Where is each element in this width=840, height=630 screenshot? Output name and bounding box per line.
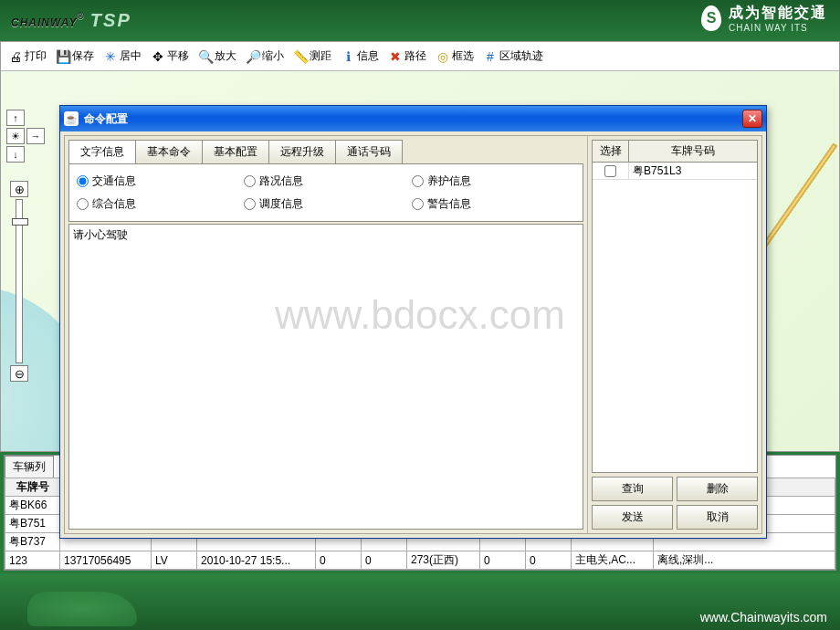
vehicle-row[interactable]: 粤B751L3 (593, 163, 757, 180)
zoomin-icon: 🔍 (198, 49, 213, 64)
col-plate[interactable]: 车牌号 (5, 478, 60, 497)
tab-remote-upgrade[interactable]: 远程升级 (268, 140, 336, 163)
info-button[interactable]: ℹ信息 (337, 47, 383, 66)
dialog-body: 文字信息 基本命令 基本配置 远程升级 通话号码 交通信息 路况信息 养护信息 … (64, 135, 762, 534)
radio-general-input[interactable] (77, 198, 89, 210)
tab-basic-cfg[interactable]: 基本配置 (202, 140, 269, 163)
its-text: 成为智能交通 CHAIN WAY ITS (729, 4, 827, 33)
table-cell: 离线,深圳... (654, 551, 835, 570)
radio-general[interactable]: 综合信息 (75, 193, 242, 215)
center-button[interactable]: ✳居中 (100, 47, 145, 66)
col-plateno[interactable]: 车牌号码 (628, 140, 758, 163)
table-cell: 273(正西) (407, 551, 480, 570)
radio-dispatch[interactable]: 调度信息 (242, 193, 409, 215)
save-icon: 💾 (56, 49, 70, 64)
dialog-buttons: 查询 删除 发送 取消 (592, 477, 758, 530)
radio-road-input[interactable] (244, 175, 256, 187)
dialog-titlebar[interactable]: ☕ 命令配置 ✕ (60, 106, 766, 131)
dialog-left-pane: 文字信息 基本命令 基本配置 远程升级 通话号码 交通信息 路况信息 养护信息 … (65, 136, 588, 533)
header-right: S 成为智能交通 CHAIN WAY ITS (701, 4, 827, 33)
radio-traffic[interactable]: 交通信息 (75, 170, 242, 193)
zoomin-button[interactable]: 🔍放大 (194, 47, 240, 66)
table-row[interactable]: 12313717056495LV2010-10-27 15:5...00273(… (5, 551, 835, 570)
its-en: CHAIN WAY ITS (729, 23, 827, 33)
measure-button[interactable]: 📏测距 (289, 47, 335, 66)
send-button[interactable]: 发送 (592, 505, 673, 530)
vehicle-plate-cell: 粤B751L3 (629, 163, 757, 180)
zoomout-button[interactable]: 🔎缩小 (242, 47, 288, 66)
app-header: CHAINWAY® TSP S 成为智能交通 CHAIN WAY ITS (0, 0, 840, 41)
vehicle-list-body: 粤B751L3 (592, 163, 758, 473)
zoom-plus-button[interactable]: ⊕ (10, 181, 28, 197)
message-textarea[interactable]: 请小心驾驶 (68, 224, 583, 530)
table-cell: 123 (5, 551, 60, 570)
map-toolbar: 🖨打印 💾保存 ✳居中 ✥平移 🔍放大 🔎缩小 📏测距 ℹ信息 ✖路径 ◎框选 … (1, 42, 839, 71)
brand-logo: CHAINWAY® (11, 10, 85, 31)
table-cell: 粤BK66 (5, 497, 60, 515)
radio-maintain[interactable]: 养护信息 (410, 170, 577, 193)
radio-road[interactable]: 路况信息 (242, 170, 409, 193)
radio-maintain-input[interactable] (412, 175, 424, 187)
route-icon: ✖ (388, 49, 403, 64)
pan-right-button[interactable]: → (26, 128, 45, 144)
its-logo-icon: S (701, 5, 721, 31)
radio-warning[interactable]: 警告信息 (410, 193, 577, 215)
grid-icon: # (483, 49, 498, 64)
its-cn: 成为智能交通 (729, 4, 827, 23)
boxselect-button[interactable]: ◎框选 (432, 47, 478, 66)
info-type-radios: 交通信息 路况信息 养护信息 综合信息 调度信息 警告信息 (68, 163, 583, 222)
print-button[interactable]: 🖨打印 (5, 47, 50, 66)
dialog-tabs: 文字信息 基本命令 基本配置 远程升级 通话号码 (65, 136, 587, 163)
radio-warning-input[interactable] (412, 198, 424, 210)
tab-basic-cmd[interactable]: 基本命令 (135, 140, 203, 163)
table-cell: LV (152, 551, 197, 570)
pan-left-button[interactable]: ☀ (6, 128, 25, 144)
zoomout-icon: 🔎 (246, 49, 260, 64)
table-cell: 0 (526, 551, 572, 570)
car-silhouette-icon (27, 592, 137, 626)
command-config-dialog: ☕ 命令配置 ✕ 文字信息 基本命令 基本配置 远程升级 通话号码 交通信息 路… (59, 105, 767, 539)
footer: www.Chainwayits.com (0, 573, 840, 630)
table-cell: 0 (362, 551, 407, 570)
route-button[interactable]: ✖路径 (384, 47, 430, 66)
pan-up-button[interactable]: ↑ (6, 110, 25, 126)
radio-traffic-input[interactable] (77, 175, 89, 187)
printer-icon: 🖨 (8, 49, 23, 64)
col-select[interactable]: 选择 (592, 140, 628, 163)
boxselect-icon: ◎ (436, 49, 450, 64)
zoom-slider-group: ⊕ ⊖ (10, 181, 28, 382)
grid-tab[interactable]: 车辆列 (5, 456, 54, 478)
table-cell: 粤B751 (5, 515, 60, 533)
vehicle-checkbox[interactable] (604, 165, 616, 177)
java-icon: ☕ (64, 111, 79, 126)
info-icon: ℹ (341, 49, 355, 64)
footer-link[interactable]: www.Chainwayits.com (700, 610, 827, 625)
table-cell: 13717056495 (60, 551, 152, 570)
close-button[interactable]: ✕ (742, 110, 762, 128)
delete-button[interactable]: 删除 (677, 477, 758, 501)
table-cell: 主电关,AC... (572, 551, 654, 570)
pan-down-button[interactable]: ↓ (6, 146, 25, 163)
dialog-right-pane: 选择 车牌号码 粤B751L3 查询 删除 发送 取消 (588, 136, 761, 533)
tab-call-number[interactable]: 通话号码 (335, 140, 403, 163)
product-name: TSP (90, 10, 131, 31)
dialog-title-text: 命令配置 (84, 111, 128, 127)
pan-button[interactable]: ✥平移 (147, 47, 193, 66)
zoom-minus-button[interactable]: ⊖ (10, 365, 28, 382)
pan-controls: ↑ ☀→ ↓ (6, 110, 47, 164)
radio-dispatch-input[interactable] (244, 198, 256, 210)
tab-text-info[interactable]: 文字信息 (68, 140, 136, 163)
table-cell: 0 (316, 551, 362, 570)
vehicle-list-header: 选择 车牌号码 (592, 140, 758, 163)
table-cell: 2010-10-27 15:5... (197, 551, 316, 570)
areatrack-button[interactable]: #区域轨迹 (479, 47, 547, 66)
save-button[interactable]: 💾保存 (52, 47, 98, 66)
reg-symbol: ® (77, 11, 84, 21)
cancel-button[interactable]: 取消 (677, 505, 758, 530)
table-cell: 0 (480, 551, 526, 570)
zoom-slider[interactable] (16, 199, 23, 363)
pan-icon: ✥ (151, 49, 165, 64)
zoom-handle[interactable] (12, 218, 28, 226)
query-button[interactable]: 查询 (592, 477, 673, 501)
ruler-icon: 📏 (293, 49, 308, 64)
